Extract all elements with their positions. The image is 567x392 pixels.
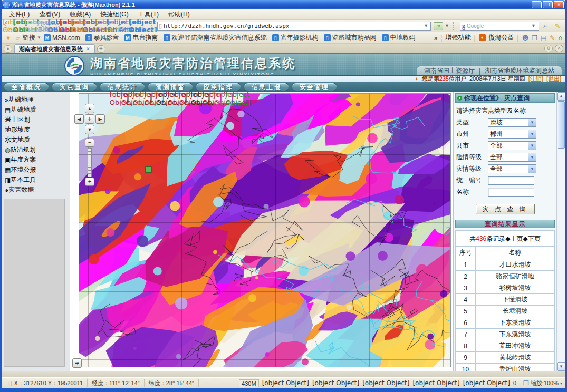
table-row[interactable]: 3 衫树坡滑坡 (456, 282, 555, 294)
sidebar-subitem-terrain-slope[interactable]: 地形坡度 (5, 125, 68, 134)
highlight-icon[interactable]: ✎ (552, 21, 563, 31)
header-link-monitoring-station[interactable]: 湖南省地质环境监测总站 (485, 66, 554, 75)
disaster-name[interactable]: 下懂滑坡 (476, 294, 555, 306)
page-scrollbar[interactable]: ▲ ▼ (556, 92, 565, 371)
table-row[interactable]: 9 黄花岭滑坡 (456, 352, 555, 364)
nav-tab-province-overview[interactable]: 全省概况 (4, 83, 49, 91)
scroll-down-icon[interactable]: ▼ (557, 362, 565, 371)
links-overflow-icon[interactable]: » (434, 34, 438, 42)
restore-button[interactable]: ❐ (543, 1, 553, 8)
scroll-up-icon[interactable]: ▲ (557, 92, 565, 101)
disaster-name[interactable]: 骆家恒矿滑地 (476, 271, 555, 282)
lightning-icon[interactable]: [object Object] (262, 379, 309, 387)
zoom-slider-track[interactable] (88, 148, 92, 177)
messenger-icon[interactable]: ☻ (522, 34, 529, 42)
link-welcome-hunan[interactable]: ▯ 欢迎登陆湖南省地质灾害信息系统 (164, 33, 267, 42)
sidebar-item-environment-bulletin[interactable]: ▦ 环境公报 (5, 165, 68, 174)
menu-item[interactable]: 帮助(H) (164, 9, 194, 20)
address-input[interactable] (164, 23, 422, 30)
table-row[interactable]: 8 荒田冲滑坡 (456, 340, 555, 352)
disaster-name[interactable]: 衫树坡滑坡 (476, 282, 555, 294)
address-dropdown-icon[interactable]: ▼ (422, 23, 429, 28)
map-marker[interactable] (145, 166, 151, 173)
download-icon[interactable]: [object Object] (137, 21, 149, 31)
pan-down-button[interactable]: ▼ (85, 125, 94, 134)
select-arrow-icon[interactable]: ▾ (528, 165, 536, 173)
pan-up-button[interactable]: ▲ (85, 104, 94, 113)
disaster-level-select[interactable]: 全部 (488, 164, 528, 173)
nav-tab-info-report[interactable]: 信息上报 (244, 83, 289, 91)
go-button[interactable]: ➜ (434, 22, 443, 30)
scroll-thumb[interactable] (558, 101, 565, 149)
select-arrow-icon[interactable]: ▾ (528, 130, 536, 138)
active-tab[interactable]: 湖南省地质灾害信息系统 ✕ (14, 44, 95, 53)
favorites-heart-icon[interactable]: ♥ (5, 34, 12, 41)
window-mode-icon[interactable]: ❐ (532, 34, 537, 42)
table-row[interactable]: 10 香炉山滑坡 (456, 364, 555, 371)
disaster-name[interactable]: 香炉山滑坡 (476, 364, 555, 371)
next-page-link[interactable]: ◆下页 (523, 235, 541, 242)
zoom-level[interactable]: 缩放:100% (531, 379, 559, 387)
select-arrow-icon[interactable]: ▾ (528, 119, 536, 126)
maxthon-charity-link[interactable]: 傲游公益 (489, 33, 514, 42)
snapshot-icon[interactable]: [object Object] (463, 379, 510, 387)
table-row[interactable]: 5 长塘滑坡 (456, 306, 555, 317)
layer-tree-icon[interactable]: [object Object] (233, 93, 244, 103)
link-baofeng[interactable]: ▯ 暴风影音 (85, 33, 119, 42)
sidebar-subitem-hydrogeology[interactable]: 水文地质 (5, 135, 68, 144)
disaster-name[interactable]: 荒田冲滑坡 (476, 340, 555, 352)
tab-close-all-icon[interactable]: ✕ (555, 45, 563, 52)
sidebar-item-disaster-data[interactable]: ◕ 灾害数据 (5, 185, 68, 194)
disaster-name[interactable]: 下东溪滑坡 (476, 317, 555, 329)
tab-list-icon[interactable]: ★ (4, 45, 12, 53)
search-button[interactable]: ⌕ (540, 21, 551, 31)
printer-icon[interactable]: [object Object] (312, 379, 359, 387)
table-row[interactable]: 6 下东溪滑坡 (456, 317, 555, 329)
nav-tab-statistics[interactable]: 信息统计 (100, 83, 145, 91)
new-tab-button[interactable]: ✚ (97, 45, 105, 53)
nav-tab-security-management[interactable]: 安全管理 (292, 83, 337, 91)
select-arrow-icon[interactable]: ▾ (528, 153, 536, 161)
search-bar[interactable]: g ▼ (460, 22, 539, 31)
address-bar[interactable]: ▯ ▼ (157, 22, 431, 31)
type-select[interactable]: 滑坡 (488, 118, 528, 127)
sidebar-item-prevention-planning[interactable]: ◍ 防治规划 (5, 145, 68, 154)
county-select[interactable]: 全部 (488, 141, 528, 150)
tab-close-icon[interactable]: ✕ (86, 46, 90, 52)
disaster-name[interactable]: 长塘滑坡 (476, 306, 555, 317)
link-photo-studio[interactable]: ▯ 光年摄影机构 (272, 33, 319, 42)
disaster-name[interactable]: 下东溪滑坡 (476, 329, 555, 340)
city-select[interactable]: 郴州 (488, 130, 528, 139)
minimize-button[interactable]: – (532, 1, 542, 8)
sidebar-item-annual-plan[interactable]: ▣ 年度方案 (5, 155, 68, 164)
risk-level-select[interactable]: 全部 (488, 153, 528, 162)
folder-icon[interactable]: [object Object] (362, 379, 409, 387)
pan-center-button[interactable]: ✛ (85, 114, 94, 124)
disaster-query-button[interactable]: 灾 点 查 询 (476, 204, 535, 214)
sidebar-subitem-rock-soil-zoning[interactable]: 岩土区划 (5, 115, 68, 124)
book-icon[interactable]: [object Object] (412, 379, 459, 387)
search-input[interactable] (467, 23, 530, 29)
table-row[interactable]: 1 才口水滑坡 (456, 259, 555, 271)
table-row[interactable]: 4 下懂滑坡 (456, 294, 555, 306)
pan-right-button[interactable]: ▶ (95, 114, 105, 124)
go-dropdown-icon[interactable]: ▼ (444, 23, 450, 28)
disaster-name[interactable]: 才口水滑坡 (476, 259, 555, 271)
zoom-out-button[interactable]: − (85, 139, 94, 147)
link-msn[interactable]: M MSN.com (44, 33, 80, 42)
table-row[interactable]: 7 下东溪滑坡 (456, 329, 555, 340)
select-arrow-icon[interactable]: ▾ (528, 142, 536, 150)
prev-page-link[interactable]: ◆上页 (505, 235, 523, 242)
plugin-icon[interactable]: ⌂ (558, 34, 562, 42)
close-button[interactable]: ✕ (554, 1, 564, 8)
link-radio-guide[interactable]: M 电台指南 (124, 33, 158, 42)
nav-tab-disaster-query[interactable]: 灾点查询 (52, 83, 97, 91)
links-folder[interactable]: ▱ 链接 ▼ (14, 33, 41, 42)
table-row[interactable]: 2 骆家恒矿滑地 (456, 271, 555, 282)
zoom-in-button[interactable]: + (85, 178, 94, 186)
pan-bottom-left-button[interactable]: ➜ (72, 358, 82, 368)
pan-left-button[interactable]: ◀ (74, 114, 84, 124)
sidebar-item-basic-tools[interactable]: ◨ 基本工具 (5, 175, 68, 184)
disaster-name[interactable]: 黄花岭滑坡 (476, 352, 555, 364)
link-city-boutique[interactable]: ▯ 览路城市精品网 (324, 33, 377, 42)
